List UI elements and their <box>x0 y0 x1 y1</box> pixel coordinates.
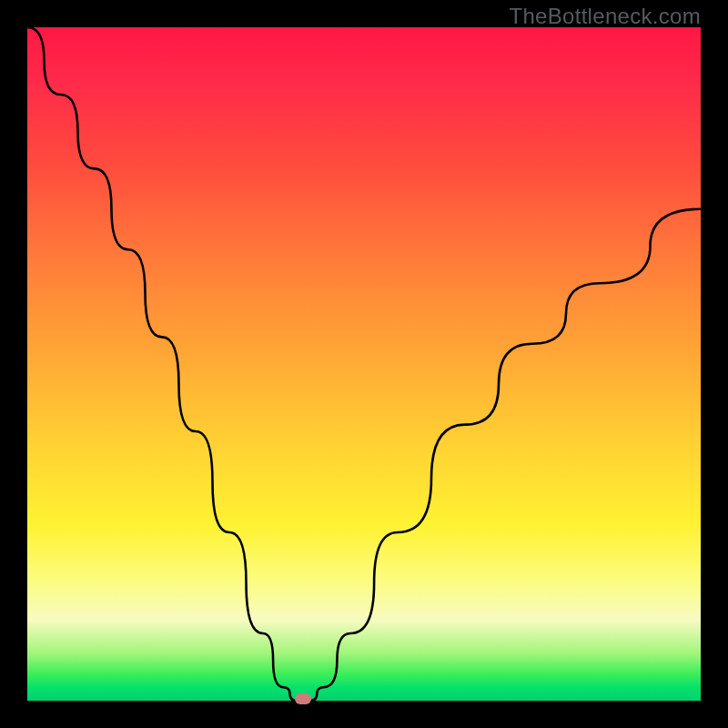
chart-frame: TheBottleneck.com <box>0 0 728 728</box>
bottleneck-curve <box>27 27 701 701</box>
plot-area <box>27 27 701 701</box>
watermark-text: TheBottleneck.com <box>509 4 701 29</box>
minimum-marker <box>295 693 311 704</box>
